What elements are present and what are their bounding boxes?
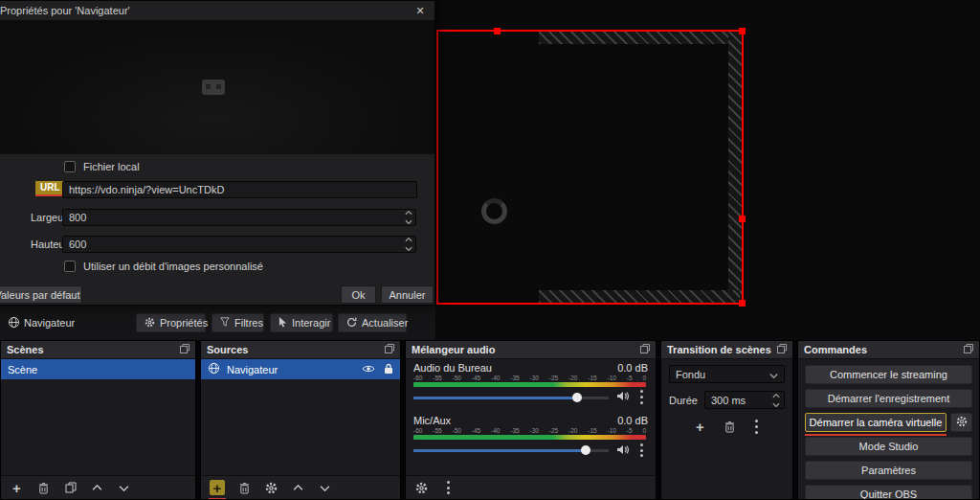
tick-label: -15 (588, 427, 596, 434)
obs-main-window: Navigateur Propriétés Filtres Interagir … (0, 0, 980, 500)
studio-mode-button[interactable]: Mode Studio (805, 437, 972, 456)
width-stepper[interactable] (404, 211, 412, 224)
popout-icon[interactable] (180, 344, 189, 355)
out-of-bounds-stripes-bottom (539, 290, 740, 303)
height-input[interactable] (62, 236, 416, 253)
move-scene-up-button[interactable] (90, 480, 104, 496)
mixer-menu-kebab-icon[interactable] (444, 479, 453, 495)
height-stepper[interactable] (404, 238, 412, 251)
scene-transitions-panel: Transition de scènes Fondu Durée 300 ms … (660, 340, 793, 500)
cancel-button[interactable]: Annuler (381, 285, 434, 304)
browser-source-globe-icon (8, 316, 20, 330)
ok-button[interactable]: Ok (341, 285, 376, 304)
start-virtual-camera-button[interactable]: Démarrer la caméra virtuelle (805, 413, 947, 432)
tick-label: -25 (549, 427, 558, 434)
move-scene-down-button[interactable] (117, 480, 131, 496)
start-recording-button[interactable]: Démarrer l'enregistrement (805, 389, 972, 408)
url-input[interactable] (62, 181, 417, 198)
remove-scene-button[interactable] (36, 480, 51, 496)
mixer-level-meter (413, 435, 646, 440)
start-streaming-button[interactable]: Commencer le streaming (805, 365, 972, 384)
source-properties-gear-icon[interactable] (264, 480, 278, 496)
popout-icon[interactable] (640, 344, 650, 355)
tick-label: -45 (472, 427, 480, 434)
tick-label: -30 (530, 427, 539, 434)
move-source-down-button[interactable] (318, 480, 332, 496)
duration-input[interactable]: 300 ms (704, 391, 785, 409)
transition-menu-kebab-icon[interactable] (752, 419, 761, 435)
tick-label: -10 (608, 375, 616, 381)
volume-slider[interactable] (413, 392, 609, 403)
remove-transition-button[interactable] (723, 419, 737, 435)
move-source-up-button[interactable] (291, 480, 305, 496)
transition-select[interactable]: Fondu (669, 365, 785, 383)
volume-slider-fill (413, 449, 586, 452)
add-scene-button[interactable]: + (10, 480, 24, 496)
defaults-button[interactable]: Valeurs par défaut (0, 285, 82, 304)
visibility-eye-icon[interactable] (362, 364, 375, 375)
settings-button[interactable]: Paramètres (805, 461, 972, 480)
url-label-annotated: URL (35, 181, 65, 196)
properties-dialog: Propriétés pour 'Navigateur' ✕ Fichier l… (0, 0, 435, 306)
source-bounds-left-edge (436, 30, 438, 305)
interact-button[interactable]: Interagir (270, 313, 333, 332)
volume-slider-knob[interactable] (581, 445, 590, 455)
transitions-panel-title: Transition de scènes (667, 344, 771, 355)
close-icon[interactable]: ✕ (412, 3, 429, 18)
add-transition-button[interactable]: + (693, 419, 707, 435)
tick-label: 0 (642, 375, 646, 381)
duplicate-icon[interactable] (63, 480, 78, 496)
custom-fps-checkbox[interactable] (64, 261, 76, 272)
popout-icon[interactable] (385, 344, 394, 355)
tick-label: -25 (549, 375, 558, 381)
mixer-settings-gear-icon[interactable] (414, 480, 429, 496)
filters-button[interactable]: Filtres (212, 313, 264, 332)
mixer-panel-title: Mélangeur audio (412, 344, 495, 355)
quit-obs-button[interactable]: Quitter OBS (805, 485, 972, 500)
tick-label: -15 (588, 375, 596, 381)
duration-stepper[interactable] (771, 394, 780, 407)
controls-panel: Commandes Commencer le streaming Démarre… (797, 340, 980, 500)
resize-handle-top-center[interactable] (494, 28, 501, 34)
mixer-toolbar (406, 475, 656, 499)
tick-label: -30 (530, 375, 539, 381)
volume-slider-fill (413, 397, 577, 399)
tick-label: -5 (627, 427, 633, 434)
source-list-item[interactable]: Navigateur (201, 359, 400, 379)
channel-menu-kebab-icon[interactable] (637, 442, 646, 458)
preview-canvas[interactable] (435, 0, 980, 340)
resize-handle-right-center[interactable] (739, 216, 746, 222)
custom-fps-label: Utiliser un débit d'images personnalisé (83, 261, 263, 272)
scenes-panel-title: Scènes (7, 344, 44, 355)
volume-slider-knob[interactable] (572, 393, 582, 402)
lock-icon[interactable] (384, 363, 393, 376)
gear-icon (956, 416, 968, 429)
speaker-icon[interactable] (616, 391, 630, 403)
controls-panel-title: Commandes (804, 344, 867, 355)
properties-button[interactable]: Propriétés (136, 313, 206, 332)
popout-icon[interactable] (777, 344, 787, 355)
popout-icon[interactable] (964, 344, 973, 355)
tick-label: -35 (510, 427, 519, 434)
scene-list-item[interactable]: Scène (1, 359, 195, 379)
channel-menu-kebab-icon[interactable] (637, 389, 646, 405)
scenes-panel: Scènes Scène + (0, 340, 196, 500)
mixer-channel-desktop-audio: Audio du Bureau 0.0 dB -60-55-50-45-40-3… (406, 359, 656, 405)
refresh-button[interactable]: Actualiser (338, 313, 407, 332)
virtual-camera-settings-button[interactable] (950, 413, 972, 432)
tick-label: -50 (453, 375, 461, 381)
volume-slider[interactable] (413, 444, 609, 456)
dialog-titlebar[interactable]: Propriétés pour 'Navigateur' ✕ (0, 1, 434, 20)
browser-source-loading-spinner (481, 198, 507, 224)
browser-source-preview (0, 20, 434, 154)
mixer-channel-level: 0.0 dB (617, 415, 648, 426)
add-source-button[interactable]: + (210, 480, 225, 495)
remove-source-button[interactable] (237, 480, 252, 496)
source-bounds-bottom-edge (436, 303, 744, 305)
resize-handle-bottom-right[interactable] (739, 300, 746, 307)
speaker-icon[interactable] (616, 444, 630, 457)
resize-handle-top-right[interactable] (739, 28, 746, 34)
tick-label: -40 (491, 427, 500, 434)
width-input[interactable] (62, 209, 416, 226)
local-file-checkbox[interactable] (64, 161, 76, 172)
